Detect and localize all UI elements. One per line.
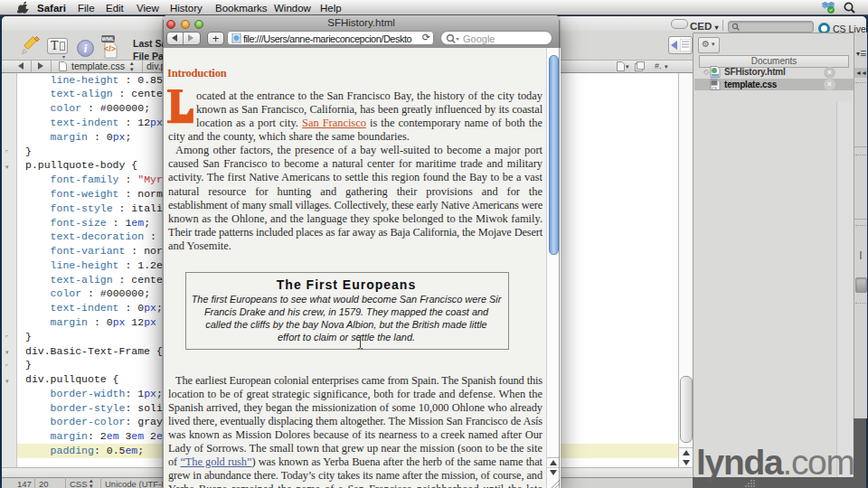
svg-text:cs: cs [712,85,717,90]
